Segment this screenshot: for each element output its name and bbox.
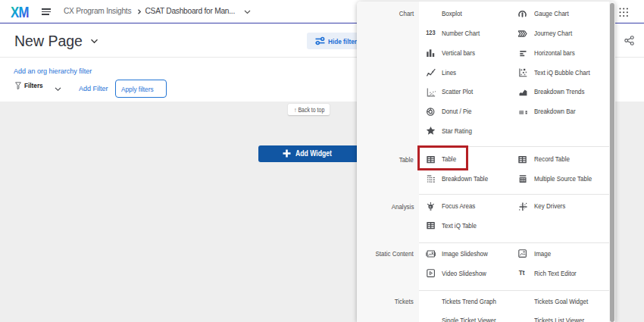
svg-text:XM: XM: [11, 6, 29, 18]
